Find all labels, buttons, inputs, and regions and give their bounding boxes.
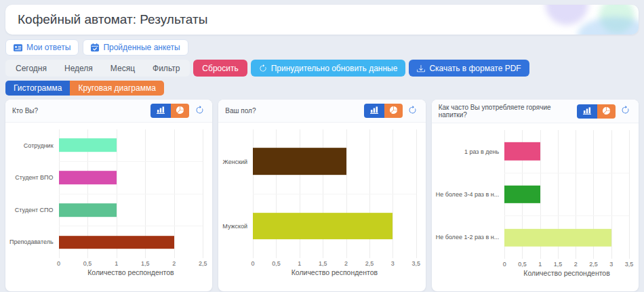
x-axis-ticks: 00,511,522,5 (59, 258, 203, 268)
gridline (203, 129, 203, 258)
bar (504, 142, 540, 160)
bar (59, 139, 117, 152)
chart-card-header: Как часто Вы употребляете горячие напитк… (432, 100, 639, 123)
category-axis: СотрудникСтудент ВПОСтудент СПОПреподава… (9, 129, 59, 258)
bar-chart: СотрудникСтудент ВПОСтудент СПОПреподава… (5, 123, 212, 291)
completed-surveys-button[interactable]: Пройденные анкеты (83, 39, 188, 56)
category-band (504, 130, 629, 173)
bar (504, 186, 540, 203)
x-tick-label: 3,5 (625, 261, 634, 268)
x-tick-label: 1 (115, 260, 118, 267)
chart-title: Как часто Вы употребляете горячие напитк… (439, 104, 577, 119)
category-band (504, 215, 629, 259)
gridline (416, 129, 417, 258)
bar-view-button[interactable] (577, 104, 597, 119)
x-axis-ticks: 00,511,522,533,5 (253, 258, 416, 268)
gridline (629, 130, 630, 259)
reset-button[interactable]: Сбросить (193, 60, 247, 77)
category-label: Не более 3-4 раз в н... (436, 173, 505, 215)
x-tick-label: 1,5 (319, 260, 327, 267)
plot-area (504, 130, 629, 259)
x-tick-label: 2 (344, 260, 348, 267)
tab-pie-chart[interactable]: Круговая диаграмма (70, 81, 163, 96)
x-tick-label: 3 (609, 261, 613, 268)
category-label: Студент ВПО (9, 162, 59, 194)
refresh-chart-button[interactable] (192, 104, 207, 118)
bar-chart-icon (157, 106, 165, 116)
category-band (59, 226, 203, 258)
bar (59, 236, 174, 249)
category-label: 1 раз в день (436, 130, 505, 173)
chart-card-who-are-you: Кто Вы? СотрудникСтудент ВПОСтудент СПОП… (5, 100, 212, 291)
bar-view-button[interactable] (364, 104, 384, 118)
force-refresh-button[interactable]: Принудительно обновить данные (251, 60, 406, 77)
chart-title: Кто Вы? (12, 107, 38, 114)
charts-container: Кто Вы? СотрудникСтудент ВПОСтудент СПОП… (5, 100, 639, 291)
x-tick-label: 1 (538, 261, 542, 268)
chart-card-header: Ваш пол? (218, 100, 425, 123)
download-pdf-label: Скачать в формате PDF (429, 64, 521, 72)
filter-week[interactable]: Неделя (56, 60, 102, 77)
category-band (253, 129, 416, 194)
x-tick-label: 0 (251, 260, 255, 267)
bar-chart: ЖенскийМужской 00,511,522,533,5 Количест… (218, 123, 425, 291)
refresh-chart-button[interactable] (618, 104, 633, 119)
x-tick-label: 0 (57, 260, 60, 267)
category-label: Мужской (222, 194, 253, 258)
my-answers-button[interactable]: Мои ответы (5, 39, 79, 56)
page-title: Кофейный автомат: Результаты (18, 12, 207, 27)
pie-chart-icon (176, 106, 184, 116)
refresh-icon (259, 64, 267, 72)
decor-circle (578, 17, 639, 35)
x-tick-label: 0 (503, 261, 506, 268)
category-band (504, 173, 629, 216)
category-band (59, 129, 203, 161)
category-axis: ЖенскийМужской (222, 129, 253, 258)
tab-histogram[interactable]: Гистограмма (5, 81, 70, 96)
x-tick-label: 1,5 (554, 261, 563, 268)
bar-view-button[interactable] (150, 104, 171, 118)
pie-view-button[interactable] (597, 104, 616, 119)
bar (253, 148, 346, 175)
pie-chart-icon (390, 106, 397, 116)
x-tick-label: 0,5 (83, 260, 92, 267)
filter-month[interactable]: Месяц (102, 60, 144, 77)
x-tick-label: 2,5 (365, 260, 374, 267)
category-label: Не более 1-2 раз в н... (436, 216, 505, 259)
x-tick-label: 3,5 (411, 260, 420, 267)
x-tick-label: 2 (574, 261, 578, 268)
pie-view-button[interactable] (171, 104, 189, 118)
download-pdf-button[interactable]: Скачать в формате PDF (409, 60, 529, 77)
bar (59, 171, 117, 184)
bar (59, 203, 117, 217)
bar-chart-icon (583, 106, 591, 117)
category-band (253, 194, 416, 259)
category-label: Женский (222, 129, 253, 194)
plot-column: 00,511,522,5 Количество респондентов (59, 129, 203, 287)
chart-card-gender: Ваш пол? ЖенскийМужской 00,511,522,533,5… (218, 100, 425, 291)
pie-view-button[interactable] (384, 104, 403, 118)
chart-controls (364, 104, 420, 118)
x-tick-label: 2 (172, 260, 176, 267)
my-answers-label: Мои ответы (26, 43, 71, 51)
filter-today[interactable]: Сегодня (7, 60, 56, 77)
chart-title: Ваш пол? (225, 107, 256, 114)
calendar-check-icon (91, 43, 99, 51)
category-band (59, 194, 203, 226)
download-icon (417, 64, 425, 72)
filter-custom[interactable]: Фильтр (144, 60, 188, 77)
x-axis-label: Количество респондентов (504, 268, 629, 277)
refresh-icon (195, 106, 204, 117)
bar-chart: 1 раз в деньНе более 3-4 раз в н...Не бо… (432, 123, 639, 291)
category-label: Преподаватель (9, 226, 59, 259)
refresh-icon (408, 106, 417, 117)
plot-area (59, 129, 203, 258)
refresh-chart-button[interactable] (405, 104, 420, 118)
x-tick-label: 2,5 (199, 260, 207, 267)
pie-chart-icon (603, 106, 610, 117)
x-tick-label: 0,5 (272, 260, 281, 267)
decor-circle (545, 5, 588, 25)
x-axis-label: Количество респондентов (253, 268, 416, 276)
chart-card-header: Кто Вы? (5, 100, 212, 123)
x-axis-label: Количество респондентов (59, 268, 203, 276)
